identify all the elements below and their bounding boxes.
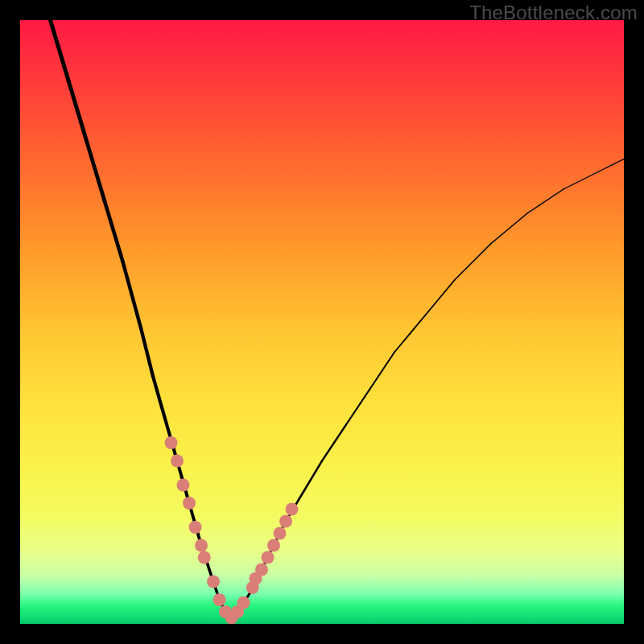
bottleneck-curve-svg <box>20 20 624 624</box>
curve-segment <box>425 280 456 316</box>
curve-segment <box>491 213 527 244</box>
curve-segment <box>527 189 564 213</box>
highlight-marker <box>267 539 280 552</box>
curve-segment <box>87 141 105 201</box>
highlight-marker <box>195 539 208 552</box>
chart-frame: TheBottleneck.com <box>0 0 644 644</box>
highlight-marker <box>171 455 184 468</box>
curve-segment <box>51 20 69 80</box>
highlight-marker <box>237 597 250 609</box>
curve-segment <box>455 244 491 280</box>
highlight-marker <box>286 503 299 516</box>
plot-area <box>20 20 624 624</box>
curve-segment <box>564 171 600 190</box>
highlight-marker <box>255 564 268 576</box>
curve-segment <box>346 389 370 425</box>
highlight-marker <box>189 521 202 534</box>
highlight-marker <box>262 551 275 564</box>
curve-segment <box>105 201 123 262</box>
watermark-text: TheBottleneck.com <box>469 2 638 24</box>
curve-segment <box>394 316 425 353</box>
highlight-marker <box>213 593 226 606</box>
curve-group <box>51 20 625 618</box>
highlight-marker <box>279 515 292 528</box>
highlight-marker <box>183 497 196 510</box>
highlight-marker <box>165 436 178 449</box>
curve-segment <box>123 262 142 328</box>
curve-segment <box>370 353 394 389</box>
curve-segment <box>600 159 624 171</box>
highlight-marker <box>177 479 190 492</box>
curve-segment <box>304 461 323 492</box>
curve-segment <box>141 328 153 377</box>
highlight-marker <box>274 527 287 540</box>
curve-segment <box>322 425 346 461</box>
curve-segment <box>68 80 87 141</box>
highlight-marker <box>207 576 220 588</box>
highlight-marker <box>198 551 211 564</box>
marker-group <box>165 436 299 624</box>
curve-segment <box>153 377 165 419</box>
